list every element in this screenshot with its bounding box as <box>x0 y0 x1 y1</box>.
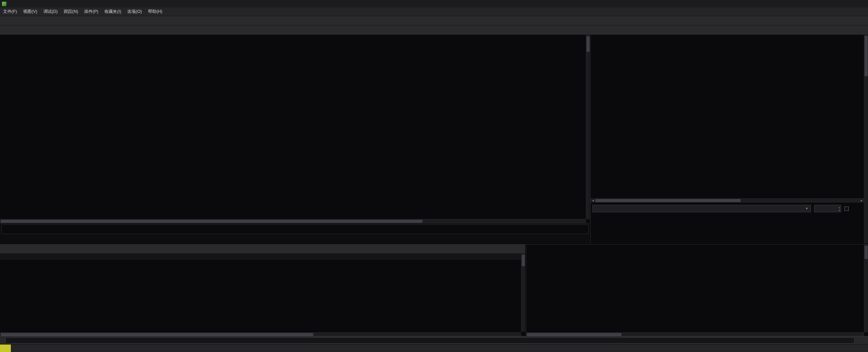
stack-vscrollbar[interactable] <box>864 245 868 332</box>
menu-view[interactable]: 视图(V) <box>20 9 40 15</box>
stack-rows <box>526 246 864 332</box>
scrollbar-thumb[interactable] <box>1 220 422 223</box>
calling-convention-select[interactable]: ▼ <box>592 205 811 212</box>
view-tabbar <box>0 25 868 35</box>
registers-vscrollbar[interactable] <box>864 35 868 243</box>
scrollbar-thumb[interactable] <box>865 246 868 259</box>
disassembly-pane[interactable] <box>0 35 590 223</box>
disassembly-rows <box>0 36 586 219</box>
chevron-down-icon: ▼ <box>805 207 808 210</box>
menu-file[interactable]: 文件(F) <box>0 9 20 15</box>
command-bar <box>0 336 868 344</box>
scrollbar-thumb[interactable] <box>522 255 525 266</box>
toolbar <box>0 16 868 25</box>
scroll-left-arrow-icon[interactable]: ◄ <box>591 199 595 202</box>
minimize-button[interactable] <box>833 0 845 7</box>
titlebar <box>0 0 868 7</box>
app-icon <box>2 2 6 6</box>
menu-help[interactable]: 帮助(H) <box>145 9 165 15</box>
dump-tabbar <box>0 245 525 254</box>
info-pane <box>0 223 590 243</box>
menu-trace[interactable]: 跟踪(N) <box>61 9 81 15</box>
maximize-button[interactable] <box>845 0 856 7</box>
args-depth-spinner[interactable]: ▴▾ <box>814 205 841 212</box>
window-controls <box>833 0 868 7</box>
status-bar <box>0 344 868 352</box>
scrollbar-thumb[interactable] <box>865 36 868 76</box>
stack-pane[interactable] <box>526 245 868 336</box>
disasm-vscrollbar[interactable] <box>586 35 590 219</box>
close-button[interactable] <box>856 0 868 7</box>
registers-hscrollbar[interactable]: ◄ ► <box>591 198 864 202</box>
menu-plugins[interactable]: 插件(P) <box>81 9 101 15</box>
bottom-panes <box>0 244 868 336</box>
x32dbg-window: 文件(F)视图(V)调试(D)跟踪(N)插件(P)收藏夹(I)选项(O)帮助(H… <box>0 0 868 352</box>
args-toolbar: ▼ ▴▾ <box>592 204 863 213</box>
info-line-address <box>0 234 590 236</box>
debug-state-badge <box>0 345 11 352</box>
registers-pane[interactable]: ◄ ► ▼ ▴▾ <box>590 35 868 243</box>
hide-fpu-button[interactable] <box>591 35 868 43</box>
dump-column-headers <box>0 254 525 259</box>
scrollbar-thumb[interactable] <box>1 333 313 336</box>
disasm-hscrollbar[interactable] <box>0 219 586 223</box>
menu-options[interactable]: 选项(O) <box>124 9 145 15</box>
menu-debug[interactable]: 调试(D) <box>40 9 61 15</box>
info-box <box>1 224 589 234</box>
command-input[interactable] <box>5 337 854 344</box>
scrollbar-thumb[interactable] <box>595 199 741 202</box>
menubar: 文件(F)视图(V)调试(D)跟踪(N)插件(P)收藏夹(I)选项(O)帮助(H… <box>0 7 868 16</box>
dump-rows <box>0 260 520 332</box>
dump-vscrollbar[interactable] <box>521 254 525 332</box>
scrollbar-thumb[interactable] <box>527 333 622 336</box>
unlock-checkbox[interactable] <box>844 207 849 211</box>
cpu-view: ◄ ► ▼ ▴▾ <box>0 35 868 243</box>
scrollbar-thumb[interactable] <box>587 36 590 52</box>
dump-pane[interactable] <box>0 245 525 336</box>
scroll-right-arrow-icon[interactable]: ► <box>859 199 864 202</box>
spinner-arrows-icon[interactable]: ▴▾ <box>839 206 840 212</box>
menu-favourites[interactable]: 收藏夹(I) <box>101 9 124 15</box>
